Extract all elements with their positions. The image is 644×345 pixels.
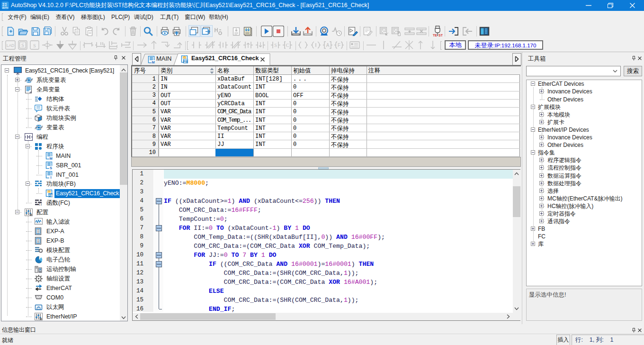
svg-text:FB: FB (183, 60, 188, 63)
svg-text:(): () (39, 202, 42, 206)
svg-text:F: F (338, 43, 340, 48)
svg-text:C: C (286, 43, 289, 48)
svg-text:A: A (326, 43, 330, 48)
svg-text:ST: ST (438, 34, 443, 37)
svg-text:TE: TE (433, 34, 437, 37)
svg-text:AUTO: AUTO (2, 7, 9, 9)
svg-text:LAD: LAD (7, 43, 15, 48)
svg-text:S: S (50, 165, 52, 170)
svg-text:S: S (274, 43, 277, 48)
svg-text:M: M (152, 60, 154, 64)
svg-text:S: S (33, 43, 36, 48)
svg-text:S: S (21, 43, 24, 48)
svg-text:I: I (50, 175, 51, 179)
svg-text:FB: FB (48, 194, 53, 197)
svg-text:M: M (49, 156, 52, 160)
